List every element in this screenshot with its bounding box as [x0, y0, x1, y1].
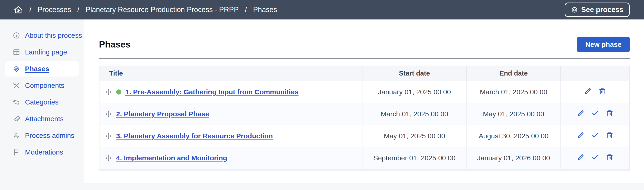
delete-phase-button[interactable] [606, 153, 614, 161]
column-header-actions [560, 66, 630, 81]
drag-handle-icon[interactable] [106, 133, 112, 139]
sidebar-item-label: About this process [25, 32, 82, 39]
sidebar-item-components[interactable]: Components [5, 78, 79, 93]
drag-handle-icon[interactable] [106, 111, 112, 117]
edit-phase-button[interactable] [576, 131, 584, 139]
phase-end-date: March 01, 2025 00:00 [466, 81, 560, 103]
components-icon [12, 82, 20, 89]
drag-handle-icon[interactable] [106, 89, 112, 95]
phase-row: 2. Planetary Proposal Phase March 01, 20… [99, 103, 630, 125]
phase-row: 1. Pre-Assembly: Gathering Input from Co… [99, 81, 630, 103]
trash-icon [606, 131, 614, 139]
phase-end-date: May 01, 2025 00:00 [466, 103, 560, 125]
column-header-start-date: Start date [362, 66, 467, 81]
sidebar-item-label: Categories [25, 98, 58, 106]
sidebar-item-label: Process admins [25, 132, 74, 139]
page-title: Phases [99, 39, 131, 50]
admin-app: / Processes / Planetary Resource Product… [0, 0, 644, 190]
phase-row: 3. Planetary Assembly for Resource Produ… [99, 125, 630, 147]
breadcrumb-separator: / [245, 6, 247, 14]
sidebar-item-moderations[interactable]: Moderations [5, 145, 79, 160]
breadcrumb-separator: / [30, 6, 32, 14]
drag-handle-icon[interactable] [106, 155, 112, 161]
attachment-icon [12, 115, 20, 123]
phase-end-date: August 30, 2025 00:00 [466, 125, 560, 147]
phase-title-link[interactable]: 1. Pre-Assembly: Gathering Input from Co… [126, 88, 298, 96]
sidebar-item-attachments[interactable]: Attachments [5, 111, 79, 126]
check-icon [591, 131, 599, 139]
phase-title-link[interactable]: 3. Planetary Assembly for Resource Produ… [116, 132, 273, 140]
see-process-button[interactable]: See process [565, 3, 630, 17]
phase-title-link[interactable]: 4. Implementation and Monitoring [116, 154, 227, 162]
info-icon [12, 32, 20, 39]
trash-icon [606, 153, 614, 161]
pencil-icon [576, 153, 584, 161]
column-header-end-date: End date [466, 66, 560, 81]
header-divider [99, 58, 630, 59]
activate-phase-button[interactable] [591, 109, 599, 117]
sidebar-item-landing-page[interactable]: Landing page [5, 45, 79, 60]
main-panel: Phases New phase Title Start date End da… [84, 20, 644, 183]
process-sidebar: About this process Landing page Phases C… [0, 20, 84, 183]
eye-icon [571, 6, 578, 14]
sidebar-item-label: Phases [25, 65, 49, 73]
phase-title-link[interactable]: 2. Planetary Proposal Phase [116, 110, 209, 118]
pencil-icon [576, 109, 584, 117]
active-phase-indicator [116, 89, 121, 95]
activate-phase-button[interactable] [591, 153, 599, 161]
home-gear-icon [14, 5, 23, 15]
table-header-row: Title Start date End date [99, 66, 630, 81]
home-breadcrumb-link[interactable] [14, 5, 23, 15]
check-icon [591, 109, 599, 117]
breadcrumb-current-process-link[interactable]: Planetary Resource Production Process - … [86, 6, 239, 14]
sidebar-item-phases[interactable]: Phases [5, 61, 79, 76]
sidebar-item-categories[interactable]: Categories [5, 95, 79, 110]
edit-phase-button[interactable] [576, 153, 584, 161]
page-footer [0, 183, 644, 190]
admin-topbar: / Processes / Planetary Resource Product… [0, 0, 644, 20]
sidebar-item-label: Attachments [25, 115, 64, 123]
page-header: Phases New phase [99, 37, 630, 52]
new-phase-button[interactable]: New phase [577, 37, 630, 52]
categories-icon [12, 98, 20, 106]
edit-phase-button[interactable] [576, 109, 584, 117]
column-header-title: Title [99, 66, 362, 81]
breadcrumb-separator: / [77, 6, 79, 14]
sidebar-item-about[interactable]: About this process [5, 28, 79, 43]
phase-start-date: September 01, 2025 00:00 [362, 147, 467, 169]
phase-start-date: March 01, 2025 00:00 [362, 103, 467, 125]
pencil-icon [576, 131, 584, 139]
activate-phase-button[interactable] [591, 131, 599, 139]
breadcrumb-phases-link[interactable]: Phases [253, 6, 277, 14]
phases-table: Title Start date End date 1. Pre-Assembl… [99, 66, 630, 169]
delete-phase-button[interactable] [606, 109, 614, 117]
trash-icon [606, 109, 614, 117]
pencil-icon [584, 87, 592, 95]
sidebar-item-process-admins[interactable]: Process admins [5, 128, 79, 143]
check-icon [591, 153, 599, 161]
sidebar-item-label: Moderations [25, 148, 63, 156]
see-process-label: See process [581, 6, 624, 14]
delete-phase-button[interactable] [606, 131, 614, 139]
sidebar-item-label: Components [25, 82, 64, 89]
delete-phase-button[interactable] [598, 87, 606, 95]
moderations-icon [12, 148, 20, 156]
phases-icon [12, 65, 20, 73]
phase-row: 4. Implementation and Monitoring Septemb… [99, 147, 630, 169]
phase-start-date: May 01, 2025 00:00 [362, 125, 467, 147]
process-admins-icon [12, 132, 20, 139]
phase-end-date: January 01, 2026 00:00 [466, 147, 560, 169]
edit-phase-button[interactable] [584, 87, 592, 95]
sidebar-item-label: Landing page [25, 48, 67, 56]
landing-page-icon [12, 48, 20, 56]
phase-start-date: January 01, 2025 00:00 [362, 81, 467, 103]
trash-icon [598, 87, 606, 95]
breadcrumb-processes-link[interactable]: Processes [38, 6, 71, 14]
